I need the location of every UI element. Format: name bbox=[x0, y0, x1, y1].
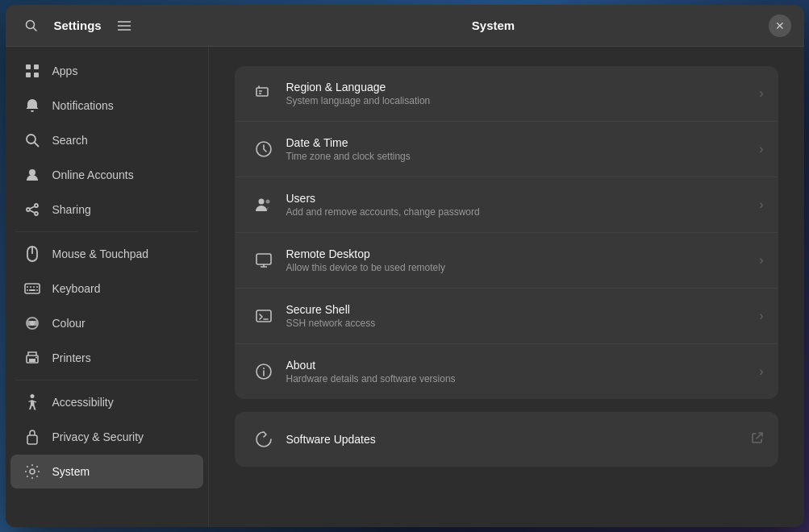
users-subtitle: Add and remove accounts, change password bbox=[286, 206, 760, 218]
search-sidebar-icon bbox=[23, 131, 41, 149]
sidebar-item-search[interactable]: Search bbox=[10, 123, 203, 157]
settings-group-2: Software Updates bbox=[235, 412, 778, 467]
date-time-icon bbox=[249, 135, 278, 164]
settings-item-about[interactable]: About Hardware details and software vers… bbox=[235, 344, 778, 399]
sidebar-label-printers: Printers bbox=[52, 351, 91, 364]
svg-point-12 bbox=[35, 204, 38, 207]
about-subtitle: Hardware details and software versions bbox=[286, 373, 760, 384]
sidebar-item-accessibility[interactable]: Accessibility bbox=[10, 385, 203, 419]
sidebar-label-apps: Apps bbox=[52, 64, 78, 77]
privacy-icon bbox=[23, 428, 41, 446]
svg-rect-8 bbox=[34, 73, 39, 77]
content-area: Apps Notifications Se bbox=[6, 47, 804, 527]
date-time-arrow: › bbox=[759, 142, 763, 156]
sidebar-label-privacy-security: Privacy & Security bbox=[52, 430, 144, 443]
settings-group-1: Region & Language System language and lo… bbox=[235, 66, 778, 399]
svg-rect-6 bbox=[34, 64, 39, 69]
sidebar-item-colour[interactable]: Colour bbox=[10, 306, 203, 340]
settings-item-users[interactable]: Users Add and remove accounts, change pa… bbox=[235, 177, 778, 233]
accessibility-icon bbox=[23, 393, 41, 411]
settings-item-date-time[interactable]: Date & Time Time zone and clock settings… bbox=[235, 122, 778, 177]
sidebar-item-keyboard[interactable]: Keyboard bbox=[10, 272, 203, 305]
sidebar-item-printers[interactable]: Printers bbox=[10, 341, 203, 375]
apps-icon bbox=[23, 62, 41, 80]
users-icon bbox=[249, 190, 278, 219]
svg-point-37 bbox=[265, 200, 269, 204]
svg-rect-41 bbox=[256, 310, 271, 322]
sidebar-item-mouse-touchpad[interactable]: Mouse & Touchpad bbox=[10, 237, 203, 271]
svg-rect-38 bbox=[256, 254, 271, 264]
menu-button[interactable] bbox=[111, 13, 137, 39]
svg-line-10 bbox=[35, 143, 39, 147]
secure-shell-title: Secure Shell bbox=[286, 303, 760, 316]
sidebar-label-system: System bbox=[52, 465, 90, 478]
svg-line-16 bbox=[30, 210, 35, 213]
close-button[interactable]: ✕ bbox=[769, 15, 791, 37]
remote-desktop-arrow: › bbox=[759, 253, 763, 268]
main-panel: Region & Language System language and lo… bbox=[209, 47, 804, 527]
sidebar-item-apps[interactable]: Apps bbox=[10, 54, 203, 88]
secure-shell-subtitle: SSH network access bbox=[286, 318, 760, 329]
remote-desktop-icon bbox=[249, 246, 278, 275]
region-language-subtitle: System language and localisation bbox=[286, 95, 760, 106]
svg-point-27 bbox=[30, 321, 35, 326]
svg-rect-29 bbox=[29, 359, 35, 362]
sidebar-separator-2 bbox=[15, 380, 198, 380]
sidebar-label-mouse-touchpad: Mouse & Touchpad bbox=[52, 247, 149, 260]
notifications-icon bbox=[23, 97, 41, 114]
software-updates-text: Software Updates bbox=[286, 433, 751, 446]
users-text: Users Add and remove accounts, change pa… bbox=[286, 192, 760, 218]
colour-icon bbox=[23, 314, 41, 332]
titlebar-right: ✕ bbox=[759, 15, 791, 37]
users-arrow: › bbox=[759, 197, 763, 212]
sharing-icon bbox=[23, 201, 41, 218]
sidebar-item-system[interactable]: System bbox=[10, 455, 203, 488]
software-updates-icon bbox=[249, 425, 278, 454]
sidebar-item-notifications[interactable]: Notifications bbox=[10, 89, 203, 123]
remote-desktop-title: Remote Desktop bbox=[286, 247, 760, 260]
about-text: About Hardware details and software vers… bbox=[286, 359, 760, 384]
sidebar: Apps Notifications Se bbox=[6, 47, 209, 527]
about-icon bbox=[249, 357, 278, 386]
svg-point-11 bbox=[29, 169, 35, 176]
software-updates-external-icon bbox=[751, 431, 764, 447]
sidebar-separator-1 bbox=[15, 231, 198, 232]
settings-window: Settings System ✕ bbox=[6, 5, 804, 527]
svg-rect-7 bbox=[26, 73, 31, 77]
search-button[interactable] bbox=[19, 13, 44, 39]
region-language-title: Region & Language bbox=[286, 81, 760, 94]
settings-item-software-updates[interactable]: Software Updates bbox=[235, 412, 778, 467]
remote-desktop-subtitle: Allow this device to be used remotely bbox=[286, 262, 760, 273]
sidebar-item-privacy-security[interactable]: Privacy & Security bbox=[10, 420, 203, 454]
svg-point-14 bbox=[35, 212, 38, 215]
printers-icon bbox=[23, 349, 41, 367]
settings-item-secure-shell[interactable]: Secure Shell SSH network access › bbox=[235, 289, 778, 344]
settings-label: Settings bbox=[54, 19, 102, 32]
titlebar: Settings System ✕ bbox=[6, 5, 804, 47]
sidebar-label-sharing: Sharing bbox=[52, 203, 91, 216]
svg-point-36 bbox=[258, 199, 264, 205]
svg-point-44 bbox=[263, 368, 265, 369]
users-title: Users bbox=[286, 192, 760, 205]
secure-shell-icon bbox=[249, 301, 278, 330]
region-language-arrow: › bbox=[759, 86, 763, 101]
sidebar-item-online-accounts[interactable]: Online Accounts bbox=[10, 158, 203, 192]
online-accounts-icon bbox=[23, 166, 41, 184]
svg-rect-34 bbox=[256, 88, 268, 96]
svg-point-9 bbox=[27, 135, 35, 143]
svg-point-33 bbox=[30, 469, 35, 474]
svg-line-1 bbox=[33, 27, 36, 31]
sidebar-item-sharing[interactable]: Sharing bbox=[10, 193, 203, 227]
sidebar-label-notifications: Notifications bbox=[52, 99, 114, 112]
secure-shell-text: Secure Shell SSH network access bbox=[286, 303, 760, 329]
date-time-subtitle: Time zone and clock settings bbox=[286, 151, 760, 162]
keyboard-icon bbox=[23, 280, 41, 297]
sidebar-label-online-accounts: Online Accounts bbox=[52, 168, 134, 181]
system-icon bbox=[23, 463, 41, 480]
titlebar-left: Settings bbox=[19, 13, 228, 39]
settings-item-region-language[interactable]: Region & Language System language and lo… bbox=[235, 66, 778, 122]
svg-point-31 bbox=[30, 394, 34, 398]
settings-item-remote-desktop[interactable]: Remote Desktop Allow this device to be u… bbox=[235, 233, 778, 289]
region-language-text: Region & Language System language and lo… bbox=[286, 81, 760, 106]
svg-rect-19 bbox=[25, 284, 40, 293]
